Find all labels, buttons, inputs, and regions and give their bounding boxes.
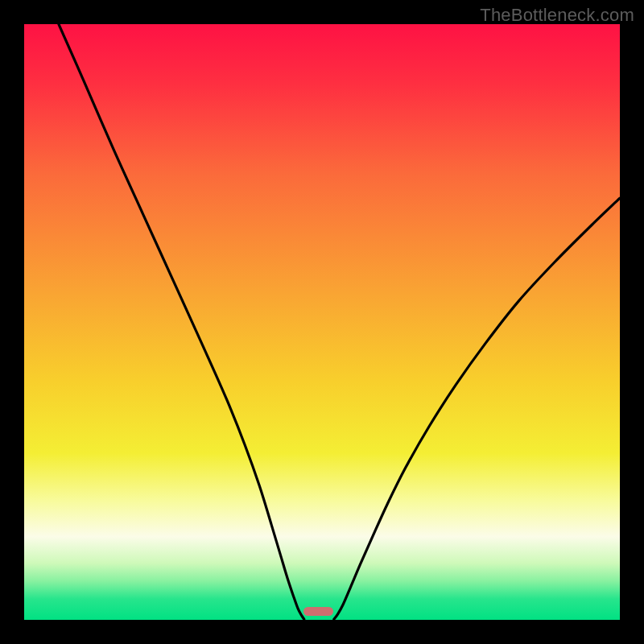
curve-left [59, 24, 304, 619]
curve-right [334, 198, 620, 619]
watermark-text: TheBottleneck.com [480, 5, 634, 26]
bottleneck-marker [303, 607, 333, 617]
curve-layer [24, 24, 620, 620]
plot-area [24, 24, 620, 620]
chart-frame: TheBottleneck.com [0, 0, 644, 644]
